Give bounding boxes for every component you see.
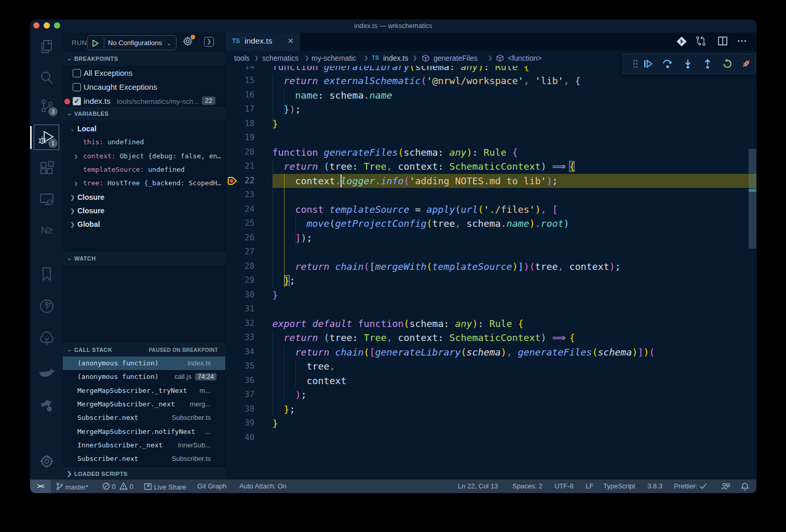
activity-bookmark-icon[interactable]	[30, 263, 63, 285]
scope-local[interactable]: ⌄Local	[63, 122, 225, 136]
line-number: 19	[227, 131, 254, 145]
breadcrumb-item[interactable]: my-schematic	[311, 54, 356, 62]
liveshare-contact-item[interactable]	[721, 482, 731, 491]
activity-run-debug-icon[interactable]: 1	[30, 126, 63, 149]
call-stack-frame[interactable]: InnerSubscriber._next InnerSub...	[63, 439, 225, 452]
prettier-item[interactable]: Prettier:	[674, 482, 707, 490]
git-graph-item[interactable]: Git Graph	[197, 482, 226, 490]
chevron-right-icon: ❯	[66, 470, 73, 477]
step-over-button[interactable]	[658, 54, 677, 74]
breadcrumb-item[interactable]: tools	[234, 54, 250, 62]
git-branch-item[interactable]: master*	[56, 482, 88, 491]
badge: 1	[48, 139, 58, 148]
language-item[interactable]: TypeScript	[603, 482, 635, 490]
variable-this[interactable]: this: undefined	[63, 136, 225, 149]
activity-share-arrow-icon[interactable]	[30, 393, 63, 416]
step-out-button[interactable]	[698, 54, 717, 74]
call-stack-frame[interactable]: MergeMapSubscriber.notifyNext ...	[63, 425, 225, 439]
launch-configuration-value: No Configurations	[108, 39, 162, 47]
titlebar: index.ts — wrkschematics	[30, 20, 756, 33]
close-tab-icon[interactable]: ✕	[287, 36, 294, 46]
section-header-loaded-scripts[interactable]: ❯ LOADED SCRIPTS	[63, 468, 225, 481]
split-editor-icon[interactable]	[717, 36, 728, 47]
ts-version-item[interactable]: 3.8.3	[647, 482, 662, 490]
variable-tree[interactable]: ❯ tree: HostTree {_backend: ScopedH…	[63, 177, 225, 190]
section-header-watch[interactable]: ⌄ WATCH	[63, 252, 225, 265]
remote-indicator[interactable]: ><	[30, 480, 51, 493]
checkbox-checked[interactable]: ✓	[73, 97, 81, 105]
breakpoint-row[interactable]: ✓index.tstools/schematics/my-sch...22	[63, 94, 225, 108]
activity-circle-branch-icon[interactable]	[30, 295, 63, 318]
encoding-item[interactable]: UTF-8	[554, 482, 574, 490]
activity-tree-check-icon[interactable]	[30, 327, 63, 350]
breadcrumb-separator: ❯	[413, 55, 417, 61]
code-line-16: name: schema.name	[273, 88, 392, 103]
section-header-variables[interactable]: ⌄ VARIABLES	[63, 107, 225, 120]
indentation-item[interactable]: Spaces: 2	[512, 482, 543, 490]
frame-function: MergeMapSubscriber.notifyNext	[77, 428, 195, 435]
checkbox-unchecked[interactable]	[73, 83, 81, 91]
line-number: 17	[227, 102, 254, 117]
breadcrumb-item[interactable]: <function>	[508, 54, 541, 62]
more-actions-icon[interactable]	[737, 36, 747, 47]
breakpoint-row[interactable]: Uncaught Exceptions	[63, 80, 225, 94]
problems-item[interactable]: 0 0	[102, 482, 133, 490]
code-area[interactable]: 14function generateLibrary(schema: any):…	[226, 66, 756, 480]
live-share-item[interactable]: Live Share	[144, 482, 186, 491]
call-stack-frame[interactable]: (anonymous function) call.js74:24	[63, 370, 225, 384]
compare-changes-icon[interactable]	[696, 36, 706, 47]
scope-global[interactable]: ❯Global	[63, 218, 225, 231]
activity-nx-console-icon[interactable]: N≥	[30, 219, 63, 242]
scope-closure[interactable]: ❯Closure	[63, 191, 225, 204]
call-stack-frame[interactable]: MergeMapSubscriber._next merg...	[63, 398, 225, 411]
configure-gear-icon[interactable]	[182, 36, 195, 48]
eol-item[interactable]: LF	[586, 482, 593, 490]
line-number: 28	[227, 260, 254, 274]
breadcrumb-item[interactable]: schematics	[262, 54, 299, 62]
settings-gear[interactable]	[30, 450, 63, 473]
line-number: 29	[227, 274, 254, 288]
breadcrumb-separator: ❯	[254, 55, 259, 61]
breakpoint-line-badge: 22	[202, 97, 215, 105]
activity-source-control-icon[interactable]: 3	[30, 94, 63, 117]
call-stack-frame[interactable]: MergeMapSubscriber._tryNext m...	[63, 384, 225, 398]
activity-files-icon[interactable]	[30, 35, 63, 58]
variable-templateSource[interactable]: templateSource: undefined	[63, 163, 225, 177]
step-into-button[interactable]	[679, 54, 697, 74]
auto-attach-item[interactable]: Auto Attach: On	[239, 482, 287, 490]
start-debug-icon[interactable]	[92, 39, 99, 47]
call-stack-frame[interactable]: Subscriber.next Subscriber.ts	[63, 452, 225, 466]
disconnect-button[interactable]	[737, 54, 755, 74]
cursor-position-item[interactable]: Ln 22, Col 13	[458, 482, 498, 490]
activity-docker-icon[interactable]	[30, 360, 63, 383]
scrollbar-slider[interactable]	[749, 149, 756, 249]
tab-index-ts[interactable]: TS index.ts ✕	[226, 33, 300, 51]
continue-button[interactable]	[639, 54, 657, 74]
activity-extensions-icon[interactable]	[30, 157, 63, 180]
frame-file: index.ts	[187, 359, 211, 367]
breadcrumb-item[interactable]: generateFiles	[433, 54, 478, 62]
breadcrumb-item[interactable]: index.ts	[383, 54, 408, 62]
restart-button[interactable]	[718, 54, 737, 74]
gitlens-icon[interactable]	[676, 36, 687, 47]
line-number: 40	[227, 431, 254, 445]
scope-closure[interactable]: ❯Closure	[63, 204, 225, 218]
launch-configuration-dropdown[interactable]: No Configurations ⌄	[87, 35, 177, 50]
chevron-down-icon: ⌄	[66, 346, 73, 353]
code-line-33: return (tree: Tree, context: SchematicCo…	[273, 331, 575, 345]
section-header-breakpoints[interactable]: ⌄ BREAKPOINTS	[63, 52, 225, 65]
breakpoint-row[interactable]: All Exceptions	[63, 66, 225, 80]
line-number: 23	[227, 188, 254, 202]
activity-search-icon[interactable]	[30, 66, 63, 89]
debug-console-panel-button[interactable]: ❯	[204, 37, 214, 47]
code-line-32: export default function(schema: any): Ru…	[273, 317, 524, 331]
call-stack-frame[interactable]: (anonymous function) index.ts	[63, 357, 225, 370]
checkbox-unchecked[interactable]	[73, 69, 81, 77]
frame-file: m...	[199, 387, 211, 394]
notifications-item[interactable]	[741, 482, 749, 492]
call-stack-frame[interactable]: Subscriber.next Subscriber.ts	[63, 411, 225, 425]
variable-context[interactable]: ❯ context: Object {debug: false, en…	[63, 150, 225, 163]
activity-remote-explorer-icon[interactable]	[30, 188, 63, 211]
chevron-down-icon: ⌄	[167, 40, 171, 47]
section-header-call-stack[interactable]: ⌄ CALL STACKPAUSED ON BREAKPOINT	[63, 344, 225, 357]
